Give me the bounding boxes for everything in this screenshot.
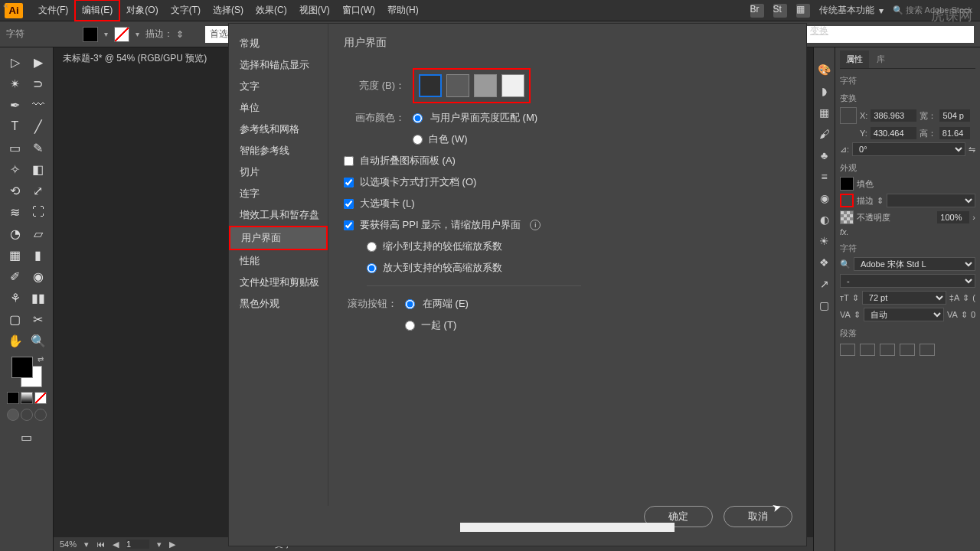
pref-guides[interactable]: 参考线和网格: [229, 119, 328, 140]
selection-tool[interactable]: ▷: [5, 52, 26, 72]
nav-first-icon[interactable]: ⏮: [96, 540, 105, 549]
tab-properties[interactable]: 属性: [840, 51, 869, 68]
align-right[interactable]: [880, 344, 895, 356]
pref-units[interactable]: 单位: [229, 97, 328, 119]
bridge-icon[interactable]: Br: [750, 4, 764, 18]
font-family-dd[interactable]: Adobe 宋体 Std L: [854, 257, 975, 271]
artboards-panel-icon[interactable]: ▢: [818, 298, 831, 312]
pen-tool[interactable]: ✒: [5, 95, 26, 115]
perspective-tool[interactable]: ▱: [28, 223, 49, 243]
menu-file[interactable]: 文件(F): [32, 1, 74, 20]
shape-builder-tool[interactable]: ◔: [5, 223, 26, 243]
menu-edit[interactable]: 编辑(E): [74, 0, 120, 21]
stroke-panel-icon[interactable]: ≡: [818, 170, 831, 184]
brightness-medium-dark[interactable]: [446, 74, 469, 97]
fill-swatch[interactable]: [83, 27, 98, 42]
pref-hyphenation[interactable]: 连字: [229, 183, 328, 204]
menu-select[interactable]: 选择(S): [207, 1, 250, 20]
align-center[interactable]: [860, 344, 875, 356]
justify-left[interactable]: [900, 344, 915, 356]
menu-window[interactable]: 窗口(W): [336, 1, 381, 20]
w-input[interactable]: [939, 109, 970, 122]
brightness-dark[interactable]: [419, 74, 442, 97]
menu-type[interactable]: 文字(T): [165, 1, 207, 20]
tab-libraries[interactable]: 库: [871, 51, 891, 68]
scale-tool[interactable]: ⤢: [28, 181, 49, 201]
width-tool[interactable]: ≋: [5, 202, 26, 222]
draw-behind[interactable]: [21, 409, 33, 421]
fill-stroke-swatches[interactable]: ⇄: [11, 357, 42, 387]
brightness-light[interactable]: [501, 74, 524, 97]
bigtabs-checkbox[interactable]: [344, 199, 354, 209]
brightness-medium-light[interactable]: [474, 74, 497, 97]
shaper-tool[interactable]: ✧: [5, 159, 26, 179]
screen-mode[interactable]: ▭: [16, 427, 38, 447]
asset-export-icon[interactable]: ↗: [818, 277, 831, 291]
none-mode[interactable]: [34, 392, 47, 404]
mesh-tool[interactable]: ▦: [5, 245, 26, 265]
layers-panel-icon[interactable]: ❖: [818, 256, 831, 269]
zoom-value[interactable]: 54%: [60, 540, 77, 549]
opacity-swatch[interactable]: [840, 210, 854, 224]
pref-performance[interactable]: 性能: [229, 250, 328, 272]
menu-view[interactable]: 视图(V): [293, 1, 336, 20]
fx-label[interactable]: fx.: [840, 227, 849, 236]
scale-down-radio[interactable]: [367, 242, 377, 252]
fill-swatch-panel[interactable]: [840, 177, 854, 191]
brushes-panel-icon[interactable]: 🖌: [818, 127, 831, 141]
gradient-panel-icon[interactable]: ◉: [818, 191, 831, 205]
pref-slices[interactable]: 切片: [229, 161, 328, 183]
swatches-panel-icon[interactable]: ▦: [818, 106, 831, 119]
pref-plugins[interactable]: 增效工具和暂存盘: [229, 204, 328, 226]
leading-dd[interactable]: 自动: [864, 308, 944, 321]
eyedropper-tool[interactable]: ✐: [5, 266, 26, 286]
paintbrush-tool[interactable]: ✎: [28, 138, 49, 158]
pref-ui[interactable]: 用户界面: [229, 226, 328, 250]
flip-icons[interactable]: ⇋: [969, 145, 975, 155]
tabs-checkbox[interactable]: [344, 178, 354, 187]
symbols-panel-icon[interactable]: ♣: [818, 148, 831, 162]
align-left[interactable]: [840, 344, 855, 356]
color-panel-icon[interactable]: 🎨: [818, 63, 831, 77]
draw-normal[interactable]: [7, 409, 19, 421]
rectangle-tool[interactable]: ▭: [5, 138, 26, 158]
canvas-white-radio[interactable]: [413, 135, 423, 145]
x-input[interactable]: [871, 109, 916, 122]
transparency-panel-icon[interactable]: ◐: [818, 213, 831, 227]
symbol-sprayer-tool[interactable]: ⚘: [5, 288, 26, 308]
line-tool[interactable]: ╱: [28, 116, 49, 136]
autocollapse-checkbox[interactable]: [344, 156, 354, 166]
zoom-tool[interactable]: 🔍: [28, 331, 49, 350]
scroll-together-radio[interactable]: [405, 321, 415, 331]
arrange-icon[interactable]: ▦: [796, 4, 810, 18]
scroll-ends-radio[interactable]: [405, 299, 415, 309]
collapse-icon[interactable]: ‹‹: [3, 2, 8, 10]
stroke-weight-dd[interactable]: [887, 194, 975, 207]
stroke-swatch-panel[interactable]: [840, 194, 854, 207]
free-transform-tool[interactable]: ⛶: [28, 202, 49, 222]
hand-tool[interactable]: ✋: [5, 331, 26, 350]
gradient-tool[interactable]: ▮: [28, 245, 49, 265]
menu-effect[interactable]: 效果(C): [250, 1, 293, 20]
menu-object[interactable]: 对象(O): [120, 1, 164, 20]
color-guide-icon[interactable]: ◗: [818, 84, 831, 98]
pref-filehandling[interactable]: 文件处理和剪贴板: [229, 272, 328, 293]
pref-type[interactable]: 文字: [229, 76, 328, 97]
type-tool[interactable]: T: [5, 116, 26, 136]
pref-black[interactable]: 黑色外观: [229, 293, 328, 315]
angle-dropdown[interactable]: 0°: [852, 142, 965, 156]
appearance-panel-icon[interactable]: ☀: [818, 234, 831, 248]
curvature-tool[interactable]: 〰: [28, 95, 49, 115]
pref-smartguides[interactable]: 智能参考线: [229, 140, 328, 161]
pref-selection[interactable]: 选择和锚点显示: [229, 54, 328, 76]
lasso-tool[interactable]: ⊃: [28, 73, 49, 93]
reference-point[interactable]: [840, 107, 857, 124]
info-icon[interactable]: i: [530, 220, 541, 230]
page-input[interactable]: [126, 540, 149, 549]
stroke-swatch[interactable]: [114, 27, 129, 42]
stock-icon[interactable]: St: [773, 4, 787, 18]
rotate-tool[interactable]: ⟲: [5, 181, 26, 201]
blend-tool[interactable]: ◉: [28, 266, 49, 286]
menu-help[interactable]: 帮助(H): [381, 1, 425, 20]
direct-selection-tool[interactable]: ▶: [28, 52, 49, 72]
